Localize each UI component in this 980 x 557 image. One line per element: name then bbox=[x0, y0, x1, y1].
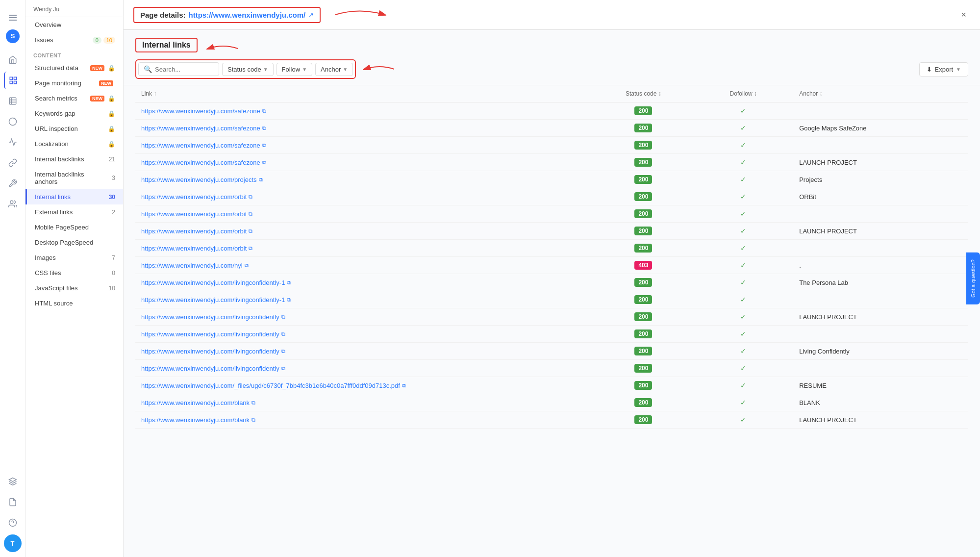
link-url[interactable]: https://www.wenxinwendyju.com/projects⧉ bbox=[141, 176, 587, 183]
nav-item-internal-links[interactable]: Internal links 30 bbox=[25, 189, 123, 204]
link-url[interactable]: https://www.wenxinwendyju.com/orbit⧉ bbox=[141, 210, 587, 218]
analytics-icon[interactable] bbox=[4, 133, 22, 151]
status-cell: 200 bbox=[593, 171, 693, 188]
nav-item-js-files[interactable]: JavaScript files 10 bbox=[25, 280, 123, 296]
nav-item-structured-data[interactable]: Structured data NEW 🔒 bbox=[25, 60, 123, 76]
nav-item-css-files[interactable]: CSS files 0 bbox=[25, 265, 123, 280]
link-url[interactable]: https://www.wenxinwendyju.com/orbit⧉ bbox=[141, 245, 587, 252]
table-row: https://www.wenxinwendyju.com/safezone⧉2… bbox=[135, 137, 968, 154]
filter-bar: 🔍 Status code ▼ Follow ▼ An bbox=[124, 59, 980, 85]
link-url[interactable]: https://www.wenxinwendyju.com/livingconf… bbox=[141, 348, 587, 355]
link-url[interactable]: https://www.wenxinwendyju.com/orbit⧉ bbox=[141, 193, 587, 201]
got-question-button[interactable]: Got a question? bbox=[966, 253, 980, 304]
col-header-link[interactable]: Link ↑ bbox=[135, 85, 593, 102]
status-code-filter[interactable]: Status code ▼ bbox=[222, 63, 274, 76]
lock-icon-keywords: 🔒 bbox=[108, 110, 115, 117]
external-link-icon: ⧉ bbox=[249, 194, 252, 200]
check-icon: ✓ bbox=[740, 244, 746, 252]
check-icon: ✓ bbox=[740, 296, 746, 304]
link-url[interactable]: https://www.wenxinwendyju.com/_files/ugd… bbox=[141, 382, 587, 389]
link-icon[interactable] bbox=[4, 154, 22, 172]
external-link-icon: ⧉ bbox=[262, 108, 266, 114]
link-cell: https://www.wenxinwendyju.com/livingconf… bbox=[135, 343, 593, 360]
nav-item-mobile-pagespeed[interactable]: Mobile PageSpeed bbox=[25, 220, 123, 235]
col-header-status[interactable]: Status code ↕ bbox=[593, 85, 693, 102]
nav-item-keywords-gap[interactable]: Keywords gap 🔒 bbox=[25, 106, 123, 121]
table-row: https://www.wenxinwendyju.com/projects⧉2… bbox=[135, 171, 968, 188]
status-cell: 200 bbox=[593, 102, 693, 120]
status-code-label: Status code bbox=[227, 66, 261, 73]
nav-item-images[interactable]: Images 7 bbox=[25, 250, 123, 265]
link-url[interactable]: https://www.wenxinwendyju.com/orbit⧉ bbox=[141, 228, 587, 235]
home-icon[interactable] bbox=[4, 51, 22, 69]
link-url[interactable]: https://www.wenxinwendyju.com/nyl⧉ bbox=[141, 262, 587, 269]
users-icon[interactable] bbox=[4, 195, 22, 213]
export-button[interactable]: ⬇ Export ▼ bbox=[919, 62, 968, 76]
anchor-cell: Living Confidently bbox=[793, 343, 968, 360]
svg-point-14 bbox=[10, 201, 13, 203]
table-header-row: Link ↑ Status code ↕ Dofollow ↕ Anchor ↕ bbox=[135, 85, 968, 102]
chart-icon[interactable] bbox=[4, 113, 22, 130]
table-icon[interactable] bbox=[4, 92, 22, 110]
link-url[interactable]: https://www.wenxinwendyju.com/blank⧉ bbox=[141, 416, 587, 424]
link-url[interactable]: https://www.wenxinwendyju.com/safezone⧉ bbox=[141, 159, 587, 166]
link-url[interactable]: https://www.wenxinwendyju.com/safezone⧉ bbox=[141, 107, 587, 115]
menu-toggle[interactable] bbox=[4, 9, 22, 26]
chevron-down-icon-anchor: ▼ bbox=[343, 67, 348, 72]
nav-item-internal-backlinks[interactable]: Internal backlinks 21 bbox=[25, 152, 123, 167]
status-cell: 200 bbox=[593, 394, 693, 411]
nav-label-overview: Overview bbox=[35, 21, 61, 28]
nav-item-localization[interactable]: Localization 🔒 bbox=[25, 136, 123, 152]
table-wrapper: Link ↑ Status code ↕ Dofollow ↕ Anchor ↕ bbox=[124, 85, 980, 557]
anchor-cell: LAUNCH PROJECT bbox=[793, 411, 968, 429]
connector-icon[interactable] bbox=[4, 473, 22, 490]
col-header-anchor[interactable]: Anchor ↕ bbox=[793, 85, 968, 102]
search-wrapper[interactable]: 🔍 bbox=[138, 62, 219, 76]
anchor-cell bbox=[793, 137, 968, 154]
anchor-filter[interactable]: Anchor ▼ bbox=[315, 63, 353, 76]
nav-item-html-source[interactable]: HTML source bbox=[25, 296, 123, 311]
nav-item-issues[interactable]: Issues 0 10 bbox=[25, 32, 123, 48]
nav-item-url-inspection[interactable]: URL inspection 🔒 bbox=[25, 121, 123, 136]
dofollow-cell: ✓ bbox=[693, 343, 793, 360]
anchor-cell: RESUME bbox=[793, 377, 968, 394]
nav-item-page-monitoring[interactable]: Page monitoring NEW bbox=[25, 76, 123, 91]
dofollow-cell: ✓ bbox=[693, 154, 793, 171]
badge-new-monitoring: NEW bbox=[99, 80, 113, 86]
nav-item-overview[interactable]: Overview bbox=[25, 17, 123, 32]
search-input[interactable] bbox=[155, 66, 214, 73]
status-badge: 403 bbox=[634, 261, 652, 270]
annotation-arrow-header bbox=[321, 5, 957, 25]
link-url[interactable]: https://www.wenxinwendyju.com/livingconf… bbox=[141, 330, 587, 338]
nav-item-external-links[interactable]: External links 2 bbox=[25, 204, 123, 220]
filter-bar-inner: 🔍 Status code ▼ Follow ▼ An bbox=[135, 59, 356, 79]
table-row: https://www.wenxinwendyju.com/livingconf… bbox=[135, 360, 968, 377]
page-details-url[interactable]: https://www.wenxinwendyju.com/ bbox=[189, 11, 306, 19]
dofollow-cell: ✓ bbox=[693, 274, 793, 291]
link-url[interactable]: https://www.wenxinwendyju.com/livingconf… bbox=[141, 365, 587, 372]
lock-icon-loc: 🔒 bbox=[108, 141, 115, 148]
table-row: https://www.wenxinwendyju.com/safezone⧉2… bbox=[135, 102, 968, 120]
audit-icon[interactable] bbox=[4, 72, 22, 89]
link-url[interactable]: https://www.wenxinwendyju.com/livingconf… bbox=[141, 279, 587, 286]
link-url[interactable]: https://www.wenxinwendyju.com/livingconf… bbox=[141, 313, 587, 321]
nav-item-internal-backlinks-anchors[interactable]: Internal backlinks anchors 3 bbox=[25, 167, 123, 189]
nav-label-search-metrics: Search metrics bbox=[35, 95, 77, 102]
link-url[interactable]: https://www.wenxinwendyju.com/blank⧉ bbox=[141, 399, 587, 406]
nav-item-search-metrics[interactable]: Search metrics NEW 🔒 bbox=[25, 91, 123, 106]
link-url[interactable]: https://www.wenxinwendyju.com/safezone⧉ bbox=[141, 125, 587, 132]
chevron-down-icon-status: ▼ bbox=[263, 67, 268, 72]
status-cell: 200 bbox=[593, 377, 693, 394]
check-icon: ✓ bbox=[740, 381, 746, 389]
link-url[interactable]: https://www.wenxinwendyju.com/livingconf… bbox=[141, 296, 587, 304]
close-button[interactable]: × bbox=[957, 8, 970, 22]
help-icon[interactable] bbox=[4, 514, 22, 532]
follow-filter[interactable]: Follow ▼ bbox=[276, 63, 312, 76]
nav-item-desktop-pagespeed[interactable]: Desktop PageSpeed bbox=[25, 235, 123, 250]
link-url[interactable]: https://www.wenxinwendyju.com/safezone⧉ bbox=[141, 142, 587, 149]
tools-icon[interactable] bbox=[4, 175, 22, 192]
user-avatar[interactable]: T bbox=[4, 534, 22, 552]
reports-icon[interactable] bbox=[4, 493, 22, 511]
col-header-dofollow[interactable]: Dofollow ↕ bbox=[693, 85, 793, 102]
left-navigation: Wendy Ju Overview Issues 0 10 Content St… bbox=[25, 0, 124, 557]
